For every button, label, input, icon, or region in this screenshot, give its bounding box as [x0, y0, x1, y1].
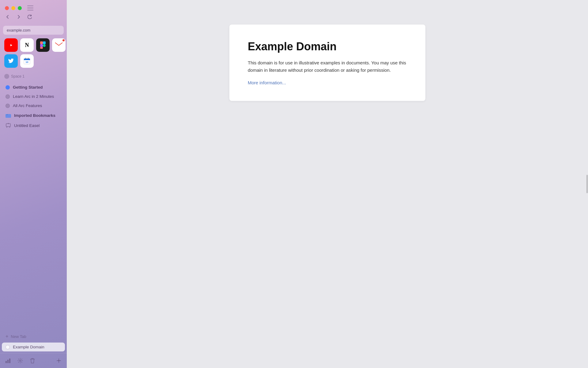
sidebar-item-learn-arc[interactable]: Learn Arc in 2 Minutes [2, 92, 65, 101]
svg-text:10: 10 [26, 61, 28, 63]
svg-line-17 [9, 127, 10, 128]
card-title: Example Domain [248, 40, 407, 53]
sidebar-item-all-arc-features[interactable]: All Arc Features [2, 101, 65, 110]
refresh-button[interactable] [26, 13, 33, 20]
svg-rect-21 [9, 358, 10, 363]
pinned-figma[interactable] [36, 38, 50, 52]
open-tabs-list: Example Domain [0, 341, 67, 353]
svg-point-22 [20, 360, 21, 362]
card-description: This domain is for use in illustrative e… [248, 59, 407, 74]
untitled-easel-label: Untitled Easel [14, 123, 40, 128]
getting-started-dot [6, 85, 10, 90]
forward-button[interactable] [15, 13, 22, 20]
svg-rect-9 [24, 59, 30, 60]
svg-rect-20 [7, 360, 9, 363]
example-domain-tab-label: Example Domain [13, 345, 44, 349]
all-arc-dot [6, 104, 10, 108]
window-controls [0, 0, 67, 13]
space-icon [4, 74, 9, 79]
svg-rect-3 [43, 41, 46, 44]
notion-icon: N [25, 42, 29, 48]
learn-arc-dot [6, 94, 10, 99]
svg-rect-19 [6, 361, 7, 363]
svg-rect-2 [40, 41, 43, 44]
sidebar-item-imported-bookmarks[interactable]: Imported Bookmarks [2, 110, 65, 120]
pinned-gmail[interactable] [52, 38, 66, 52]
gmail-badge [62, 39, 65, 41]
getting-started-label: Getting Started [13, 85, 43, 90]
trash-button[interactable] [29, 357, 36, 364]
new-tab-button[interactable]: + New Tab [0, 332, 67, 341]
sidebar-item-untitled-easel[interactable]: Untitled Easel [2, 121, 65, 130]
folder-icon [6, 113, 11, 118]
sidebar: example.com N [0, 0, 67, 368]
imported-bookmarks-label: Imported Bookmarks [14, 113, 55, 118]
pinned-google-calendar[interactable]: 10 [20, 54, 34, 68]
svg-rect-6 [40, 47, 43, 49]
back-button[interactable] [4, 13, 11, 20]
easel-icon [6, 123, 11, 128]
bottom-toolbar [0, 353, 67, 368]
scrollbar-track[interactable] [586, 0, 588, 368]
url-bar[interactable]: example.com [3, 26, 64, 35]
navigation-controls [0, 13, 67, 25]
pinned-twitter[interactable] [4, 54, 18, 68]
svg-line-16 [7, 127, 7, 128]
svg-point-5 [43, 44, 46, 47]
example-domain-card: Example Domain This domain is for use in… [229, 25, 425, 101]
main-content: Example Domain This domain is for use in… [67, 0, 588, 368]
learn-arc-label: Learn Arc in 2 Minutes [13, 94, 54, 99]
pinned-notion[interactable]: N [20, 38, 34, 52]
all-arc-label: All Arc Features [13, 103, 42, 108]
sidebar-item-getting-started[interactable]: Getting Started [2, 83, 65, 92]
scrollbar-thumb[interactable] [586, 175, 588, 193]
settings-button[interactable] [17, 357, 24, 364]
more-information-link[interactable]: More information... [248, 80, 286, 85]
maximize-button[interactable] [18, 6, 22, 10]
space-label: Space 1 [0, 73, 67, 81]
add-button[interactable] [55, 357, 62, 364]
close-button[interactable] [5, 6, 9, 10]
svg-rect-4 [40, 44, 43, 47]
bar-chart-button[interactable] [4, 357, 12, 364]
minimize-button[interactable] [11, 6, 15, 10]
new-tab-label: New Tab [11, 334, 26, 339]
pinned-apps-grid: N [0, 38, 67, 73]
tab-example-domain[interactable]: Example Domain [2, 343, 65, 351]
sidebar-nav-list: Getting Started Learn Arc in 2 Minutes A… [0, 81, 67, 132]
pinned-youtube[interactable] [4, 38, 18, 52]
example-domain-favicon [6, 345, 10, 349]
sidebar-toggle-button[interactable] [27, 6, 33, 10]
